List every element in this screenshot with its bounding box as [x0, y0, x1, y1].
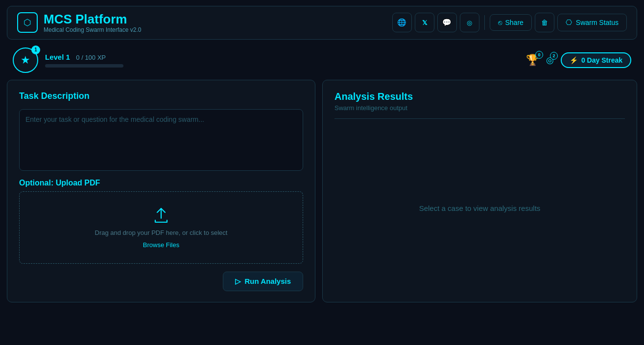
left-panel: Task Description Optional: Upload PDF Dr…: [7, 80, 315, 302]
xp-label: 0 / 100 XP: [76, 54, 106, 61]
main-content: Task Description Optional: Upload PDF Dr…: [7, 80, 637, 302]
target-button[interactable]: ◎: [460, 13, 479, 32]
logo-area: ⬡ MCS Platform Medical Coding Swarm Inte…: [17, 12, 141, 33]
run-analysis-button[interactable]: ▷ Run Analysis: [223, 272, 303, 291]
lightning-icon: ⚡: [570, 56, 578, 64]
progress-bar-outer: [45, 64, 123, 68]
app-header: ⬡ MCS Platform Medical Coding Swarm Inte…: [7, 6, 637, 40]
upload-section: Optional: Upload PDF Drag and drop your …: [19, 179, 303, 264]
analysis-subtitle: Swarm intelligence output: [334, 104, 625, 112]
app-subtitle: Medical Coding Swarm Interface v2.0: [44, 26, 141, 33]
chat-button[interactable]: 💬: [437, 13, 457, 32]
drop-zone[interactable]: Drag and drop your PDF here, or click to…: [19, 191, 303, 264]
task-textarea[interactable]: [19, 109, 303, 171]
drop-text: Drag and drop your PDF here, or click to…: [95, 229, 228, 236]
trophy-badge: 🏆 0: [526, 54, 539, 67]
analysis-placeholder: Select a case to view analysis results: [419, 204, 541, 212]
swarm-status-button[interactable]: ⎔ Swarm Status: [557, 14, 627, 31]
right-panel: Analysis Results Swarm intelligence outp…: [322, 80, 637, 302]
divider: [484, 15, 485, 30]
browse-link[interactable]: Browse Files: [143, 241, 179, 249]
run-btn-row: ▷ Run Analysis: [19, 272, 303, 291]
twitter-button[interactable]: 𝕏: [415, 13, 434, 32]
upload-title: Optional: Upload PDF: [19, 179, 303, 187]
swarm-icon: ⎔: [566, 18, 572, 27]
task-description-title: Task Description: [19, 91, 303, 101]
app-title: MCS Platform: [44, 12, 141, 26]
target-badge: ◎ 2: [546, 55, 554, 66]
level-left: ★ 1 Level 1 0 / 100 XP: [13, 47, 123, 73]
level-label: Level 1: [45, 53, 70, 61]
share-button[interactable]: ⎋ Share: [490, 14, 532, 31]
logo-text: MCS Platform Medical Coding Swarm Interf…: [44, 12, 141, 33]
level-bar: ★ 1 Level 1 0 / 100 XP 🏆 0 ◎ 2 ⚡ 0 Day S…: [9, 46, 635, 75]
share-label: Share: [505, 19, 524, 26]
level-right: 🏆 0 ◎ 2 ⚡ 0 Day Streak: [526, 52, 631, 68]
swarm-status-label: Swarm Status: [576, 19, 619, 26]
run-label: Run Analysis: [245, 277, 291, 285]
analysis-header: Analysis Results Swarm intelligence outp…: [334, 91, 625, 119]
level-badge: 1: [31, 46, 40, 54]
avatar: ★ 1: [13, 47, 38, 73]
analysis-body: Select a case to view analysis results: [334, 126, 625, 291]
run-icon: ▷: [235, 277, 241, 286]
header-actions: 🌐 𝕏 💬 ◎ ⎋ Share 🗑 ⎔ Swarm Status: [392, 13, 627, 32]
upload-icon: [152, 207, 170, 224]
share-icon: ⎋: [498, 19, 502, 26]
level-info: Level 1 0 / 100 XP: [45, 53, 123, 68]
globe-button[interactable]: 🌐: [392, 13, 412, 32]
trophy-count: 0: [535, 51, 543, 59]
streak-label: 0 Day Streak: [581, 56, 622, 64]
analysis-title: Analysis Results: [334, 91, 625, 102]
target-count: 2: [550, 52, 558, 60]
streak-button[interactable]: ⚡ 0 Day Streak: [561, 52, 631, 68]
delete-button[interactable]: 🗑: [535, 13, 554, 32]
logo-icon: ⬡: [17, 12, 38, 33]
